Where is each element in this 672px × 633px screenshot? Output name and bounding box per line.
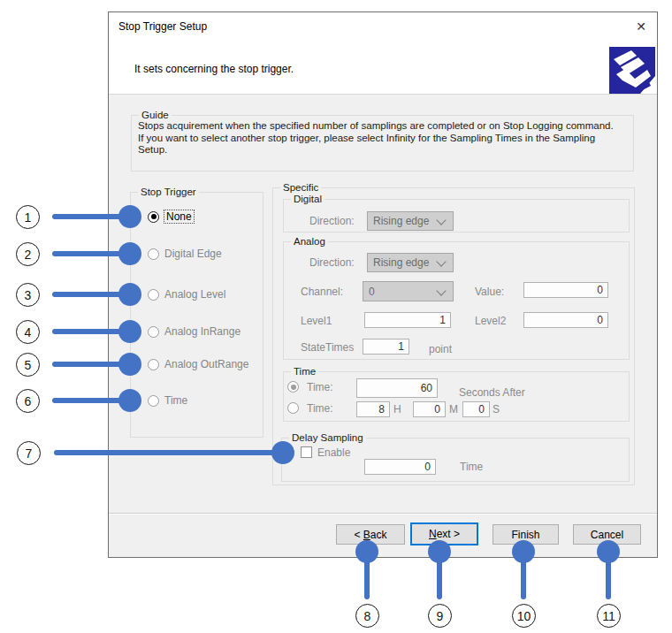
digital-group-label: Digital [291,194,325,205]
radio-option-analog-level[interactable]: Analog Level [148,287,225,301]
radio-label-analog-inrange: Analog InRange [164,325,241,338]
channel-value: 0 [369,286,375,298]
wizard-header: It sets concerning the stop trigger. [109,40,657,95]
callout-line-7 [54,450,275,455]
radio-label-analog-outrange: Analog OutRange [164,358,248,370]
guide-text-line3: Setup. [138,144,614,156]
delay-sampling-group-label: Delay Sampling [289,432,366,444]
callout-dot-6 [118,389,141,412]
callout-line-2 [52,251,125,256]
delay-time-unit-label: Time [460,461,483,473]
analog-direction-label: Direction: [309,256,355,269]
chevron-down-icon [436,256,446,266]
analog-direction-select[interactable]: Rising edge [367,253,454,272]
callout-line-9 [437,552,442,599]
callout-dot-1 [118,205,141,228]
finish-button-label: Finish [511,529,539,541]
analog-group-label: Analog [291,236,328,248]
radio-option-analog-outrange[interactable]: Analog OutRange [148,357,248,371]
level2-input[interactable]: 0 [523,312,608,328]
next-button-label: Next > [429,528,460,540]
digital-direction-label: Direction: [309,215,355,227]
callout-number-4: 4 [16,320,40,344]
time-clock-radio-label: Time: [307,402,333,415]
dialog-title: Stop Trigger Setup [118,20,207,33]
stop-trigger-setup-dialog: Stop Trigger Setup ✕ It sets concerning … [108,11,658,558]
delay-enable-label: Enable [317,446,350,459]
callout-line-1 [52,214,125,219]
radio-icon-time [148,395,159,407]
callout-line-6 [52,398,125,403]
callout-line-11 [606,552,611,599]
guide-text-line2: If you want to select another stop trigg… [138,133,614,145]
close-button[interactable]: ✕ [625,12,657,40]
callout-line-10 [521,552,526,599]
radio-label-none: None [164,210,194,223]
radio-option-none[interactable]: None [148,210,194,224]
seconds-after-label: Seconds After [459,386,525,399]
radio-icon-analog-level [148,289,159,301]
chevron-down-icon [436,215,446,225]
value-label: Value: [475,286,504,298]
radio-label-digital-edge: Digital Edge [164,248,222,260]
callout-dot-5 [118,353,141,376]
callout-number-1: 1 [16,205,40,229]
guide-groupbox: Guide Stops acquirement when the specifi… [131,115,634,172]
specific-group-label: Specific [280,182,321,194]
close-icon: ✕ [636,19,646,34]
level1-label: Level1 [301,315,332,327]
callout-line-3 [52,292,125,297]
delay-enable-checkbox[interactable] [301,446,312,458]
radio-option-time[interactable]: Time [148,393,187,408]
seconds-unit-label: S [493,403,500,416]
callout-dot-3 [118,283,141,306]
value-input[interactable]: 0 [523,282,608,298]
time-seconds-radio-label: Time: [307,381,333,393]
guide-text-line1: Stops acquirement when the specified num… [138,120,614,133]
chevron-down-icon [436,286,446,295]
back-button-label: < Back [354,529,386,541]
hours-unit-label: H [393,403,401,416]
callout-line-8 [364,552,370,599]
stop-trigger-group-label: Stop Trigger [138,187,199,198]
seconds-input[interactable]: 0 [462,401,490,417]
radio-label-analog-level: Analog Level [164,288,225,301]
hours-input[interactable]: 8 [356,401,390,417]
radio-icon-time-clock[interactable] [287,402,299,414]
radio-icon-analog-inrange [148,326,159,338]
callout-number-5: 5 [16,353,40,377]
digital-direction-select[interactable]: Rising edge [367,211,454,231]
callout-number-11: 11 [597,604,621,628]
radio-icon-none [148,211,159,223]
radio-option-digital-edge[interactable]: Digital Edge [148,247,222,261]
radio-icon-digital-edge [148,248,159,260]
statetimes-unit-label: point [429,343,452,355]
cancel-button-label: Cancel [591,529,623,541]
minutes-input[interactable]: 0 [413,401,446,417]
wizard-subtitle: It sets concerning the stop trigger. [134,63,294,75]
time-seconds-input[interactable]: 60 [356,378,438,398]
callout-dot-7 [271,441,294,464]
callout-line-4 [52,329,125,334]
wizard-logo-icon [609,47,655,94]
callout-number-9: 9 [428,604,452,628]
callout-number-8: 8 [355,604,379,628]
callout-number-7: 7 [17,441,41,465]
callout-number-2: 2 [16,242,40,266]
guide-text: Stops acquirement when the specified num… [138,120,614,156]
statetimes-input[interactable]: 1 [363,339,409,355]
callout-number-10: 10 [512,604,536,628]
radio-option-analog-inrange[interactable]: Analog InRange [148,324,241,339]
time-group-label: Time [291,366,318,378]
radio-icon-analog-outrange [148,359,159,370]
callout-number-6: 6 [16,389,40,413]
level1-input[interactable]: 1 [364,312,451,328]
radio-label-time: Time [164,394,187,407]
callout-line-5 [52,362,125,367]
callout-dot-4 [118,320,141,343]
delay-time-input[interactable]: 0 [364,459,436,475]
radio-icon-time-seconds[interactable] [287,381,299,393]
analog-direction-value: Rising edge [373,256,429,269]
statetimes-label: StateTimes [301,341,354,354]
channel-select[interactable]: 0 [363,281,454,301]
